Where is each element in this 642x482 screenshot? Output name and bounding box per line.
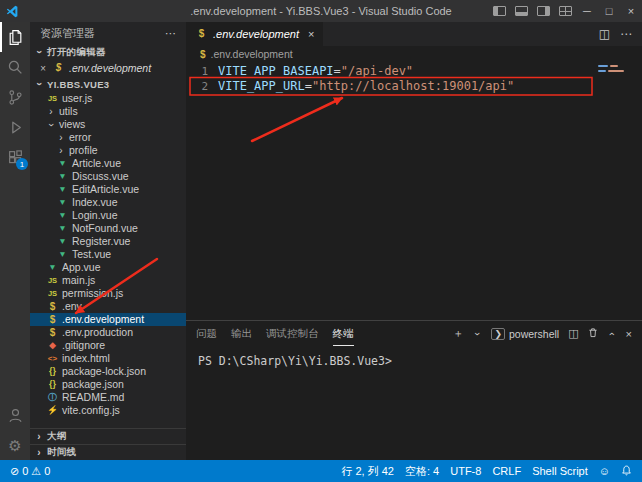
split-terminal-icon[interactable]: ◫: [568, 327, 578, 340]
env-file-icon: $: [46, 302, 59, 312]
code-lines: 1VITE_APP_BASEAPI="/api-dev"2VITE_APP_UR…: [186, 64, 642, 94]
tree-item-profile[interactable]: ›profile: [30, 144, 186, 157]
kill-terminal-icon[interactable]: [588, 327, 598, 340]
minimize-button[interactable]: ─: [576, 0, 598, 22]
env-value-token: "http://localhost:19001/api": [312, 79, 514, 94]
git-file-icon: ◆: [46, 341, 59, 350]
close-icon[interactable]: ×: [38, 63, 48, 74]
tree-item-label: package.json: [62, 378, 124, 391]
open-editors-header[interactable]: › 打开的编辑器: [30, 44, 186, 60]
toggle-primary-sidebar-icon[interactable]: [488, 0, 510, 22]
indentation-setting[interactable]: 空格: 4: [405, 464, 439, 479]
panel-tab-调试控制台[interactable]: 调试控制台: [266, 321, 319, 346]
tree-item-package.json[interactable]: {}package.json: [30, 378, 186, 391]
tab-env-development[interactable]: $ .env.development ×: [186, 22, 323, 46]
panel-tab-终端[interactable]: 终端: [333, 321, 354, 346]
tree-item-utils[interactable]: ›utils: [30, 105, 186, 118]
tree-item-Index.vue[interactable]: ▼Index.vue: [30, 196, 186, 209]
env-file-icon: $: [195, 29, 208, 39]
editor-more-actions-icon[interactable]: ⋯: [620, 27, 632, 41]
account-icon[interactable]: [0, 400, 30, 430]
tree-item-Discuss.vue[interactable]: ▼Discuss.vue: [30, 170, 186, 183]
eol-setting[interactable]: CRLF: [492, 465, 521, 477]
split-editor-icon[interactable]: ◫: [599, 27, 610, 41]
tree-item-error[interactable]: ›error: [30, 131, 186, 144]
tree-item-permission.js[interactable]: JSpermission.js: [30, 287, 186, 300]
tree-item-.env[interactable]: $.env: [30, 300, 186, 313]
chevron-right-icon: ›: [34, 448, 44, 458]
source-control-icon[interactable]: [0, 82, 30, 112]
encoding-setting[interactable]: UTF-8: [450, 465, 481, 477]
tree-item-.env.development[interactable]: $.env.development: [30, 313, 186, 326]
project-section-header[interactable]: › YI.BBS.VUE3: [30, 76, 186, 92]
new-terminal-icon[interactable]: ＋: [452, 326, 463, 341]
notifications-bell-icon[interactable]: [621, 465, 632, 478]
tree-item-Article.vue[interactable]: ▼Article.vue: [30, 157, 186, 170]
tree-item-.env.production[interactable]: $.env.production: [30, 326, 186, 339]
tree-item-package-lock.json[interactable]: {}package-lock.json: [30, 365, 186, 378]
timeline-section[interactable]: › 时间线: [30, 444, 186, 460]
tree-item-Login.vue[interactable]: ▼Login.vue: [30, 209, 186, 222]
search-icon[interactable]: [0, 52, 30, 82]
minimap[interactable]: [598, 65, 638, 75]
tree-item-label: EditArticle.vue: [72, 183, 139, 196]
js-file-icon: JS: [46, 277, 59, 285]
vite-file-icon: ⚡: [46, 406, 59, 415]
explorer-icon[interactable]: [0, 22, 30, 52]
close-tab-icon[interactable]: ×: [308, 28, 314, 40]
tree-item-label: views: [59, 118, 85, 131]
open-editors-label: 打开的编辑器: [47, 46, 106, 59]
tree-item-label: main.js: [62, 274, 95, 287]
terminal[interactable]: PS D:\CSharp\Yi\Yi.BBS.Vue3>: [186, 346, 642, 368]
code-editor[interactable]: 1VITE_APP_BASEAPI="/api-dev"2VITE_APP_UR…: [186, 62, 642, 320]
run-debug-icon[interactable]: [0, 112, 30, 142]
chevron-right-icon: ›: [34, 432, 44, 442]
vue-file-icon: ▼: [46, 263, 59, 272]
extensions-badge: 1: [16, 158, 28, 170]
tree-item-vite.config.js[interactable]: ⚡vite.config.js: [30, 404, 186, 417]
env-file-icon: $: [52, 63, 65, 73]
tree-item-NotFound.vue[interactable]: ▼NotFound.vue: [30, 222, 186, 235]
tree-item-index.html[interactable]: <>index.html: [30, 352, 186, 365]
tree-item-App.vue[interactable]: ▼App.vue: [30, 261, 186, 274]
toggle-panel-icon[interactable]: [510, 0, 532, 22]
tree-item-main.js[interactable]: JSmain.js: [30, 274, 186, 287]
breadcrumb[interactable]: $ .env.development: [186, 46, 642, 62]
chevron-down-icon[interactable]: ›: [472, 329, 482, 339]
terminal-shell-selector[interactable]: ❯ powershell: [491, 328, 559, 340]
maximize-panel-icon[interactable]: ›: [607, 329, 617, 339]
tree-item-EditArticle.vue[interactable]: ▼EditArticle.vue: [30, 183, 186, 196]
problems-indicator[interactable]: ⊘ 0 ⚠ 0: [10, 465, 50, 478]
maximize-button[interactable]: □: [598, 0, 620, 22]
feedback-smiley-icon[interactable]: ☺: [599, 465, 610, 477]
tree-item-user.js[interactable]: JSuser.js: [30, 92, 186, 105]
toggle-secondary-sidebar-icon[interactable]: [532, 0, 554, 22]
language-mode[interactable]: Shell Script: [532, 465, 588, 477]
code-line-2[interactable]: 2VITE_APP_URL="http://localhost:19001/ap…: [186, 79, 642, 94]
panel-tab-输出[interactable]: 输出: [231, 321, 252, 346]
tree-item-Register.vue[interactable]: ▼Register.vue: [30, 235, 186, 248]
panel-tab-问题[interactable]: 问题: [196, 321, 217, 346]
vue-file-icon: ▼: [56, 159, 69, 168]
close-panel-icon[interactable]: ×: [626, 328, 632, 340]
tree-item-views[interactable]: ›views: [30, 118, 186, 131]
close-window-button[interactable]: ×: [620, 0, 642, 22]
tree-item-label: index.html: [62, 352, 110, 365]
outline-section[interactable]: › 大纲: [30, 428, 186, 444]
code-line-1[interactable]: 1VITE_APP_BASEAPI="/api-dev": [186, 64, 642, 79]
cursor-position[interactable]: 行 2, 列 42: [341, 464, 394, 479]
tree-item-.gitignore[interactable]: ◆.gitignore: [30, 339, 186, 352]
tree-item-README.md[interactable]: ⓘREADME.md: [30, 391, 186, 404]
open-editor-item[interactable]: × $ .env.development: [30, 60, 186, 76]
more-actions-icon[interactable]: ⋯: [165, 27, 176, 40]
vue-file-icon: ▼: [56, 172, 69, 181]
json-file-icon: {}: [46, 367, 59, 376]
customize-layout-icon[interactable]: [554, 0, 576, 22]
tree-item-label: vite.config.js: [62, 404, 120, 417]
tree-item-label: utils: [59, 105, 78, 118]
extensions-icon[interactable]: 1: [0, 142, 30, 172]
tree-item-Test.vue[interactable]: ▼Test.vue: [30, 248, 186, 261]
settings-gear-icon[interactable]: ⚙: [0, 430, 30, 460]
vscode-logo-icon: [0, 5, 24, 18]
env-file-icon: $: [200, 49, 206, 60]
